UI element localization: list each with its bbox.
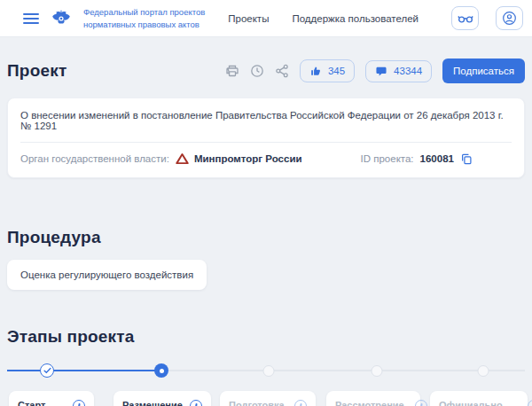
timeline-node-upcoming-3[interactable] <box>478 365 489 377</box>
project-card: О внесении изменений в постановление Пра… <box>7 98 525 178</box>
comments-count: 43344 <box>394 66 422 76</box>
portal-title-line2: нормативных правовых актов <box>83 20 200 29</box>
stage-card-header: Рассмотрение проекта в Правительстве РФ <box>335 399 411 406</box>
header-nav: Проекты Поддержка пользователей <box>228 13 419 24</box>
info-icon[interactable] <box>73 400 85 406</box>
authority-logo-icon <box>176 152 189 165</box>
copy-icon[interactable] <box>460 152 473 165</box>
portal-title-line1: Федеральный портал проектов <box>83 7 205 17</box>
likes-badge[interactable]: 345 <box>300 59 355 82</box>
info-icon[interactable] <box>294 400 307 406</box>
stage-card-header: Подготовка заключения об ОРВ <box>229 399 307 406</box>
nav-projects-link[interactable]: Проекты <box>228 13 269 24</box>
stage-card-published-act: Официально опубликованный акт <box>430 391 528 406</box>
top-bar: Федеральный портал проектов нормативных … <box>0 0 532 37</box>
timeline-node-done[interactable] <box>40 363 54 378</box>
stage-card-orv-conclusion: Подготовка заключения об ОРВ <box>220 391 316 406</box>
stage-cards-row: Старт Паспорт проекта Размещение текста … <box>7 391 525 406</box>
project-actions: 345 43344 Подписаться <box>225 59 525 83</box>
procedure-section-title: Процедура <box>7 228 525 247</box>
profile-button[interactable] <box>496 6 523 30</box>
speech-bubble-icon <box>375 66 387 77</box>
project-id-value: 160081 <box>420 153 454 164</box>
stage-title: Старт <box>18 399 45 406</box>
nav-support-link[interactable]: Поддержка пользователей <box>292 13 419 24</box>
info-icon[interactable] <box>528 400 532 406</box>
project-id-label: ID проекта: <box>361 153 414 164</box>
stage-title: Официально опубликованный акт <box>439 399 522 406</box>
timeline-node-upcoming-2[interactable] <box>372 365 383 377</box>
stage-title: Размещение текста проекта <box>122 399 184 406</box>
subscribe-button[interactable]: Подписаться <box>442 59 525 83</box>
stage-title: Рассмотрение проекта в Правительстве РФ <box>335 399 410 406</box>
timeline-node-active[interactable] <box>154 363 168 378</box>
likes-count: 345 <box>328 66 345 76</box>
authority-name: Минпромторг России <box>194 153 302 164</box>
timeline-node-upcoming-1[interactable] <box>263 365 275 377</box>
timeline-progress <box>7 370 161 371</box>
project-section-title: Проект <box>7 61 66 81</box>
project-id-group: ID проекта: 160081 <box>361 152 473 165</box>
stage-title: Подготовка заключения об ОРВ <box>229 399 289 406</box>
share-icon[interactable] <box>275 64 289 78</box>
portal-eagle-logo <box>51 8 72 29</box>
stages-section-title: Этапы проекта <box>7 327 525 347</box>
procedure-chip: Оценка регулирующего воздействия <box>7 260 207 290</box>
check-icon <box>43 367 51 374</box>
stages-timeline <box>7 363 525 379</box>
stage-card-header: Официально опубликованный акт <box>439 399 519 406</box>
history-clock-icon[interactable] <box>250 64 264 78</box>
info-icon[interactable] <box>415 400 427 406</box>
authority-link[interactable]: Минпромторг России <box>176 152 302 165</box>
info-icon[interactable] <box>190 400 202 406</box>
user-icon <box>502 11 517 26</box>
thumbs-up-icon <box>309 65 322 77</box>
active-dot <box>160 369 164 373</box>
project-title: О внесении изменений в постановление Пра… <box>8 98 524 142</box>
stage-card-start: Старт Паспорт проекта <box>9 391 94 406</box>
print-icon[interactable] <box>225 64 239 78</box>
page-content: Проект <box>0 59 532 406</box>
comments-badge[interactable]: 43344 <box>365 60 432 82</box>
stage-card-text-placement: Размещение текста проекта Информация по … <box>113 391 211 406</box>
project-header-row: Проект <box>7 59 525 83</box>
accessibility-glasses-button[interactable] <box>451 6 479 30</box>
stage-card-header: Старт <box>18 399 85 406</box>
portal-title: Федеральный портал проектов нормативных … <box>83 6 205 30</box>
authority-label: Орган государственной власти: <box>20 153 169 164</box>
project-meta-row: Орган государственной власти: Минпромтор… <box>8 143 524 177</box>
stage-card-header: Размещение текста проекта <box>122 399 202 406</box>
glasses-icon <box>458 13 473 24</box>
hamburger-menu-icon[interactable] <box>23 12 39 25</box>
stage-card-government-review: Рассмотрение проекта в Правительстве РФ <box>326 391 420 406</box>
